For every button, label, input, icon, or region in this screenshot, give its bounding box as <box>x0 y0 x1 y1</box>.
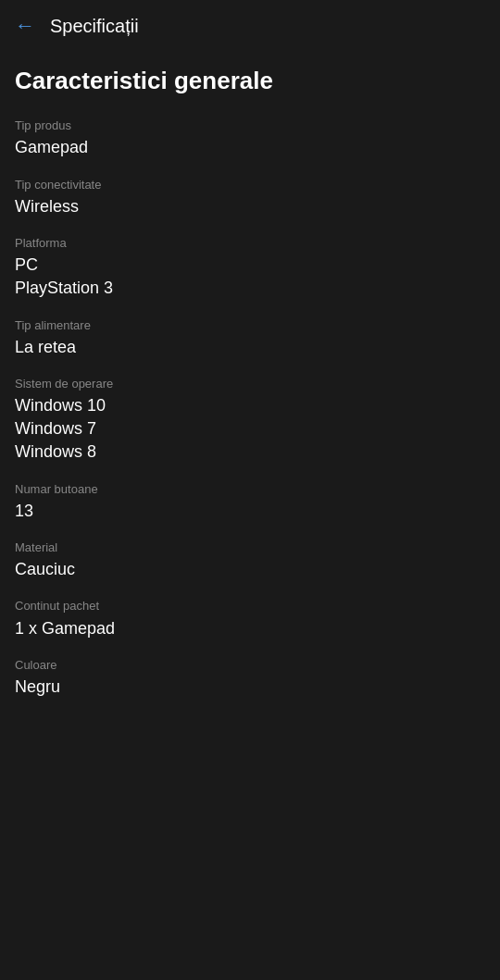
spec-item: MaterialCauciuc <box>15 540 485 581</box>
spec-value: Windows 10 Windows 7 Windows 8 <box>15 394 485 465</box>
spec-value: Gamepad <box>15 136 485 159</box>
spec-value: 13 <box>15 500 485 523</box>
spec-value: La retea <box>15 336 485 359</box>
spec-label: Sistem de operare <box>15 376 485 392</box>
spec-item: Numar butoane13 <box>15 481 485 523</box>
spec-item: Tip conectivitateWireless <box>15 177 485 218</box>
header: ← Specificații <box>0 0 500 52</box>
spec-label: Platforma <box>15 235 485 252</box>
spec-value: Cauciuc <box>15 558 485 581</box>
spec-value: Wireless <box>15 195 485 218</box>
page-title: Caracteristici generale <box>15 67 485 95</box>
spec-item: Sistem de operareWindows 10 Windows 7 Wi… <box>15 376 485 465</box>
spec-label: Material <box>15 540 485 556</box>
spec-label: Tip alimentare <box>15 317 485 334</box>
content-area: Caracteristici generale Tip produsGamepa… <box>0 52 500 738</box>
spec-value: Negru <box>15 676 485 699</box>
spec-label: Culoare <box>15 657 485 674</box>
spec-item: Tip alimentareLa retea <box>15 317 485 359</box>
spec-item: PlatformaPC PlayStation 3 <box>15 235 485 301</box>
header-title: Specificații <box>50 16 139 37</box>
spec-label: Continut pachet <box>15 598 485 614</box>
spec-label: Numar butoane <box>15 481 485 498</box>
spec-item: CuloareNegru <box>15 657 485 699</box>
spec-item: Continut pachet1 x Gamepad <box>15 598 485 639</box>
spec-label: Tip produs <box>15 118 485 134</box>
spec-value: PC PlayStation 3 <box>15 254 485 300</box>
spec-value: 1 x Gamepad <box>15 617 485 640</box>
back-button[interactable]: ← <box>15 14 35 38</box>
spec-item: Tip produsGamepad <box>15 118 485 159</box>
spec-label: Tip conectivitate <box>15 177 485 193</box>
